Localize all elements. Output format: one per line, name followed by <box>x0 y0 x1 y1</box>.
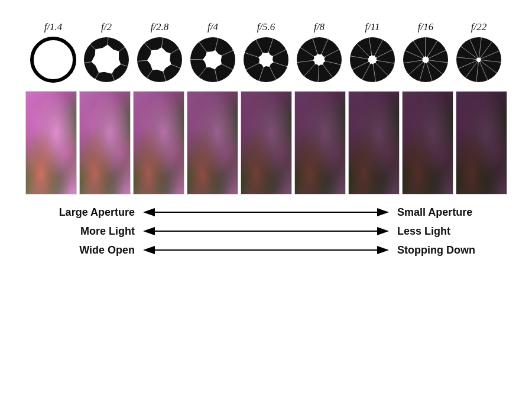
arrow-left-label-2: Wide Open <box>24 244 142 257</box>
aperture-label-3: f/4 <box>186 21 239 33</box>
photo-cell-0 <box>25 91 77 194</box>
aperture-label-8: f/22 <box>452 21 505 33</box>
arrow-line-1 <box>142 224 390 238</box>
aperture-icon-7 <box>399 35 452 84</box>
aperture-labels-row: f/1.4f/2f/2.8f/4f/5.6f/8f/11f/16f/22 <box>24 21 508 33</box>
photo-cell-7 <box>402 91 453 194</box>
aperture-label-1: f/2 <box>80 21 133 33</box>
photos-row <box>24 91 508 194</box>
aperture-icon-5 <box>293 35 346 84</box>
photo-cell-4 <box>241 91 292 194</box>
arrow-row-2: Wide Open Stopping Down <box>24 243 508 257</box>
photo-cell-8 <box>456 91 507 194</box>
arrow-row-0: Large Aperture Small Aperture <box>24 205 508 219</box>
photo-cell-6 <box>348 91 400 194</box>
photo-cell-1 <box>79 91 131 194</box>
aperture-label-7: f/16 <box>399 21 452 33</box>
aperture-label-4: f/5.6 <box>239 21 293 33</box>
aperture-icon-1 <box>80 35 133 84</box>
arrow-line-2 <box>142 243 390 257</box>
arrow-line-0 <box>142 205 390 219</box>
aperture-label-2: f/2.8 <box>133 21 186 33</box>
photo-cell-3 <box>187 91 238 194</box>
svg-point-0 <box>32 38 74 81</box>
arrow-right-label-2: Stopping Down <box>390 244 508 257</box>
page: f/1.4f/2f/2.8f/4f/5.6f/8f/11f/16f/22 Lar… <box>0 0 532 399</box>
arrow-left-label-0: Large Aperture <box>24 206 142 219</box>
aperture-label-5: f/8 <box>293 21 346 33</box>
arrow-row-1: More Light Less Light <box>24 224 508 238</box>
photo-cell-2 <box>133 91 184 194</box>
aperture-label-0: f/1.4 <box>27 21 80 33</box>
aperture-icon-4 <box>239 35 293 84</box>
aperture-icon-0 <box>27 35 80 84</box>
arrow-right-label-1: Less Light <box>390 225 508 238</box>
aperture-icon-6 <box>346 35 399 84</box>
aperture-label-6: f/11 <box>346 21 399 33</box>
aperture-icon-8 <box>452 35 505 84</box>
photo-cell-5 <box>294 91 346 194</box>
arrow-left-label-1: More Light <box>24 225 142 238</box>
aperture-icons-row <box>24 35 508 84</box>
arrow-right-label-0: Small Aperture <box>390 206 508 219</box>
aperture-icon-3 <box>186 35 239 84</box>
arrows-section: Large Aperture Small ApertureMore Light <box>24 205 508 257</box>
aperture-icon-2 <box>133 35 186 84</box>
